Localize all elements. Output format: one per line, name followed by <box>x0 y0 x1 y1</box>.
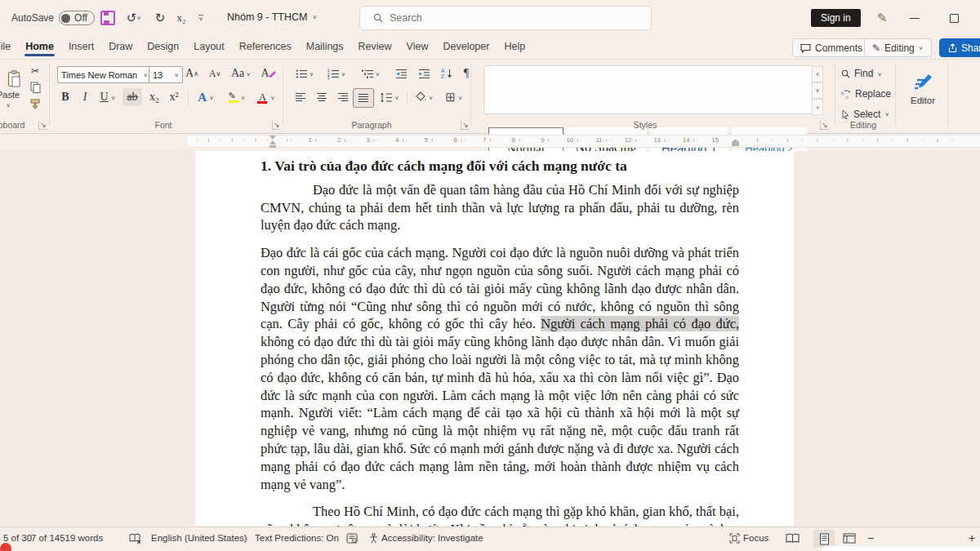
search-box[interactable]: Search <box>359 6 652 30</box>
format-painter-button[interactable] <box>26 96 44 111</box>
read-mode-button[interactable] <box>786 531 800 544</box>
chevron-down-icon: ∨ <box>919 45 924 51</box>
recording-indicator <box>0 543 11 551</box>
text-effects-button[interactable]: A∨ <box>193 88 219 106</box>
font-dialog-launcher[interactable]: ↘ <box>272 121 281 130</box>
clipboard-dialog-launcher[interactable]: ↘ <box>38 121 47 130</box>
paragraph-dialog-launcher[interactable]: ↘ <box>461 121 470 130</box>
web-layout-button[interactable] <box>843 531 856 544</box>
tab-insert[interactable]: Insert <box>61 36 101 57</box>
italic-button[interactable]: I <box>77 88 93 106</box>
tab-view[interactable]: View <box>399 36 436 57</box>
text-predictions-toggle[interactable]: Text Predictions: On <box>255 531 339 544</box>
line-spacing-button[interactable]: ∨ <box>376 88 403 106</box>
paste-button[interactable]: Paste ∨ <box>0 64 29 114</box>
save-button[interactable] <box>98 8 118 28</box>
zoom-in-button[interactable]: + <box>969 531 975 544</box>
highlight-color-button[interactable]: ✎∨ <box>222 88 250 106</box>
numbering-button[interactable]: 123 ∨ <box>322 64 351 82</box>
styles-group-label: Styles <box>604 120 686 130</box>
tab-layout[interactable]: Layout <box>186 36 232 57</box>
underline-button[interactable]: U∨ <box>95 88 121 106</box>
superscript-button[interactable]: x² <box>165 88 183 106</box>
tab-home[interactable]: Home <box>18 36 61 57</box>
undo-button[interactable]: ↺∨ <box>121 8 147 28</box>
tab-design[interactable]: Design <box>140 36 186 57</box>
subscript-button[interactable]: x₂ <box>145 88 163 106</box>
tab-review[interactable]: Review <box>351 36 399 57</box>
gallery-more-button[interactable]: ≡ <box>812 99 823 115</box>
font-color-button[interactable]: A∨ <box>253 88 279 106</box>
font-size-select[interactable]: 13∨ <box>149 66 183 83</box>
doc-paragraph-1: Đạo đức là một vấn đề quan tâm hàng đầu … <box>261 181 739 234</box>
align-center-button[interactable] <box>312 88 332 106</box>
language-button[interactable]: English (United States) <box>151 531 247 544</box>
word-count[interactable]: 7 of 14519 words <box>31 531 103 544</box>
print-layout-button[interactable] <box>813 530 835 548</box>
proofing-errors-button[interactable] <box>129 531 141 544</box>
draw-ink-button[interactable]: ✎ <box>874 10 890 26</box>
subscript-quick-button[interactable]: x₂ <box>172 8 191 28</box>
tab-help[interactable]: Help <box>497 36 532 57</box>
shading-button[interactable]: ∨ <box>410 88 438 106</box>
autosave-toggle[interactable]: AutoSave Off <box>11 11 95 25</box>
tab-file[interactable]: File <box>0 36 18 57</box>
paragraph-group-label: Paragraph <box>331 120 412 130</box>
accessibility-person-icon <box>369 533 378 544</box>
borders-button[interactable]: ⊞∨ <box>439 88 469 106</box>
minimize-icon: — <box>910 12 920 24</box>
font-name-select[interactable]: Times New Roman∨ <box>57 66 152 83</box>
editor-pen-icon <box>912 73 933 92</box>
shrink-font-button[interactable]: A∨ <box>204 64 225 82</box>
accessibility-checker[interactable]: Accessibility: Investigate <box>369 531 483 544</box>
pilcrow-icon: ¶ <box>464 67 469 80</box>
text-predictions-icon[interactable] <box>346 531 358 544</box>
tab-draw[interactable]: Draw <box>101 36 140 57</box>
gallery-scroll-down-button[interactable]: ∨ <box>812 82 823 99</box>
title-bar: AutoSave Off ↺∨ ↻ x₂ ∨ Nhóm 9 - TTHCM ∨ … <box>0 0 980 36</box>
redo-button[interactable]: ↻ <box>150 8 170 28</box>
comments-button[interactable]: Comments <box>792 38 871 57</box>
focus-mode-button[interactable]: Focus <box>729 531 768 544</box>
sign-in-button[interactable]: Sign in <box>811 9 861 27</box>
increase-indent-button[interactable] <box>413 64 434 82</box>
cut-button[interactable]: ✂ <box>26 64 44 78</box>
tab-references[interactable]: References <box>232 36 299 57</box>
align-left-button[interactable] <box>291 88 310 106</box>
copy-button[interactable] <box>26 80 44 95</box>
chevron-down-icon: ∨ <box>198 15 203 22</box>
find-button[interactable]: Find∨ <box>841 65 892 82</box>
tab-developer[interactable]: Developer <box>435 36 497 57</box>
up-caret-icon: ∧ <box>194 70 198 78</box>
replace-button[interactable]: bc Replace <box>841 86 892 102</box>
minimize-button[interactable]: — <box>906 10 923 26</box>
document-title[interactable]: Nhóm 9 - TTHCM ∨ <box>227 11 317 23</box>
bullets-button[interactable]: ∨ <box>291 64 318 82</box>
ruler-lead-ticks: · ı · ı · ı · <box>196 136 269 144</box>
customize-quick-access-button[interactable]: ∨ <box>191 8 211 28</box>
justify-button[interactable] <box>353 88 374 108</box>
print-layout-icon <box>819 533 830 545</box>
align-right-button[interactable] <box>333 88 353 106</box>
ruler-trail-ticks: · ı · ı · ı · ı · ı · ı · ı · <box>742 136 954 144</box>
numbered-list-icon: 123 <box>327 69 340 79</box>
strikethrough-button[interactable]: ab <box>122 88 142 106</box>
change-case-button[interactable]: Aa∨ <box>229 64 253 82</box>
tab-mailings[interactable]: Mailings <box>299 36 351 57</box>
grow-font-button[interactable]: A∧ <box>181 64 203 82</box>
share-button[interactable]: Share <box>939 38 980 57</box>
editing-mode-button[interactable]: ✎ Editing ∨ <box>864 38 932 57</box>
editor-button[interactable]: Editor <box>902 65 944 113</box>
restore-button[interactable] <box>946 10 962 26</box>
show-formatting-button[interactable]: ¶ <box>457 64 475 82</box>
search-placeholder: Search <box>390 12 422 24</box>
bold-button[interactable]: B <box>57 88 74 106</box>
multilevel-list-button[interactable]: ∨ <box>356 64 385 82</box>
document-text[interactable]: 1. Vai trò của đạo đức cách mạng đối với… <box>261 158 739 527</box>
decrease-indent-button[interactable] <box>390 64 412 82</box>
zoom-out-button[interactable]: − <box>867 531 874 544</box>
sort-button[interactable]: AZ <box>436 64 457 82</box>
document-page[interactable]: 1. Vai trò của đạo đức cách mạng đối với… <box>195 151 794 527</box>
gallery-scroll-up-button[interactable]: ∧ <box>812 66 823 82</box>
clear-formatting-button[interactable]: A▬ <box>258 64 278 82</box>
